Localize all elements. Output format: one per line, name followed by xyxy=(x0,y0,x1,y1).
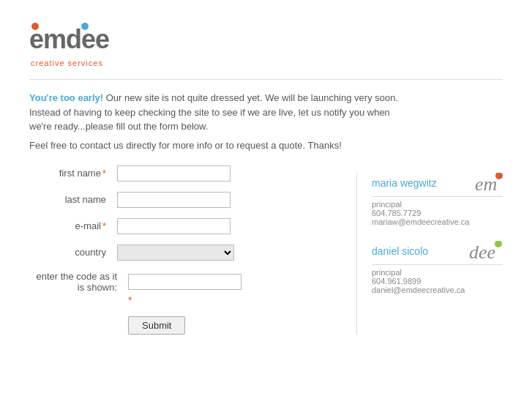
captcha-label-line: enter the code as it is shown: xyxy=(29,271,342,293)
svg-text:dee: dee xyxy=(469,242,495,261)
contact-card-daniel: daniel sicolo dee principal 604.961.9899… xyxy=(372,241,503,294)
captcha-required: * xyxy=(29,294,342,306)
svg-point-6 xyxy=(495,241,502,247)
contact-title-maria: principal xyxy=(372,200,503,209)
contact-card-maria: maria wegwitz em principal 604.785.7729 … xyxy=(372,173,503,226)
country-label: country xyxy=(29,247,117,258)
intro-contact: Feel free to contact us directly for mor… xyxy=(29,140,410,151)
contact-section: maria wegwitz em principal 604.785.7729 … xyxy=(356,173,503,335)
country-row: country Canada United States United King… xyxy=(29,245,342,261)
contact-phone-maria: 604.785.7729 xyxy=(372,209,503,217)
first-name-input[interactable] xyxy=(117,165,231,182)
intro-paragraph: You're too early! Our new site is not qu… xyxy=(29,91,410,134)
captcha-label: enter the code as it is shown: xyxy=(29,271,128,293)
contact-email-daniel: daniel@emdeecreative.ca xyxy=(372,286,503,294)
captcha-section: enter the code as it is shown: * xyxy=(29,271,342,306)
contact-phone-daniel: 604.961.9899 xyxy=(372,277,503,286)
captcha-input[interactable] xyxy=(128,274,241,290)
first-name-required: * xyxy=(102,168,106,179)
contact-card-top-maria: maria wegwitz em xyxy=(372,173,503,197)
submit-button[interactable]: Submit xyxy=(128,316,185,335)
contact-title-daniel: principal xyxy=(372,268,503,277)
svg-point-1 xyxy=(31,23,39,30)
contact-email-maria: mariaw@emdeecreative.ca xyxy=(372,217,503,226)
email-row: e-mail* xyxy=(29,218,342,234)
dee-logo: dee xyxy=(469,241,503,261)
contact-name-daniel: daniel sicolo xyxy=(372,245,428,257)
em-logo: em xyxy=(475,173,503,193)
page-wrapper: emdee creative services You're too early… xyxy=(0,0,532,399)
svg-text:em: em xyxy=(475,174,497,193)
intro-early: You're too early! xyxy=(29,92,103,103)
header: emdee creative services xyxy=(0,0,532,79)
email-label: e-mail* xyxy=(29,220,117,231)
logo-svg: emdee xyxy=(29,22,110,53)
contact-card-top-daniel: daniel sicolo dee xyxy=(372,241,503,265)
logo-subtitle: creative services xyxy=(29,59,110,67)
logo-graphic: emdee xyxy=(29,22,110,55)
first-name-label: first name* xyxy=(29,168,117,179)
contact-name-maria: maria wegwitz xyxy=(372,177,437,189)
svg-text:emdee: emdee xyxy=(29,24,109,53)
submit-row: Submit xyxy=(128,316,342,335)
intro-section: You're too early! Our new site is not qu… xyxy=(0,80,439,158)
email-required: * xyxy=(102,220,106,231)
email-input[interactable] xyxy=(117,218,231,234)
form-section: first name* last name e-mail* coun xyxy=(29,165,356,335)
country-select[interactable]: Canada United States United Kingdom Aust… xyxy=(117,245,234,261)
last-name-label: last name xyxy=(29,194,117,205)
svg-point-2 xyxy=(81,23,89,30)
main-content: first name* last name e-mail* coun xyxy=(0,158,532,342)
last-name-row: last name xyxy=(29,192,342,208)
logo: emdee creative services xyxy=(29,22,110,67)
first-name-row: first name* xyxy=(29,165,342,182)
last-name-input[interactable] xyxy=(117,192,231,208)
